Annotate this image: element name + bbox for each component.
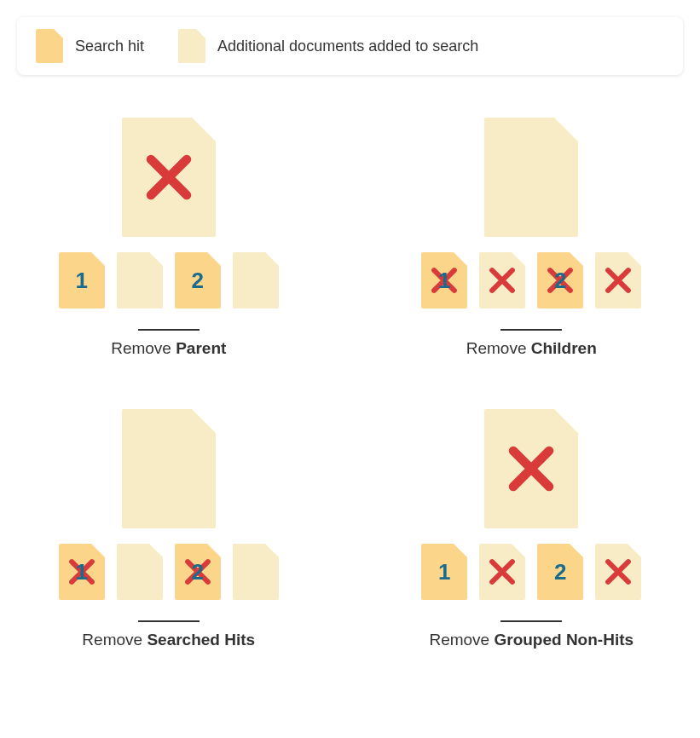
diagram: Search hit Additional documents added to… xyxy=(0,0,700,666)
children-row: 1 2 xyxy=(59,252,279,308)
child-doc: 2 xyxy=(175,544,221,600)
caption-bold: Grouped Non-Hits xyxy=(494,631,633,649)
child-doc: 1 xyxy=(421,544,467,600)
panel-remove-grouped-non-hits: 1 2 Remove Grouped Non-Hits xyxy=(380,409,684,649)
children-row: 1 2 xyxy=(421,252,641,308)
caption-bold: Children xyxy=(531,339,597,357)
x-icon xyxy=(479,544,525,600)
child-doc: 2 xyxy=(175,252,221,308)
child-doc: 1 xyxy=(421,252,467,308)
child-doc xyxy=(595,252,641,308)
divider xyxy=(500,620,562,622)
document-icon xyxy=(178,29,205,63)
x-icon xyxy=(479,252,525,308)
legend-item-hit: Search hit xyxy=(36,29,144,63)
child-doc: 2 xyxy=(537,544,583,600)
document-icon xyxy=(36,29,63,63)
panel-remove-parent: 1 2 Remove Parent xyxy=(17,118,321,358)
panel-remove-searched-hits: 1 2 Remove Searched Hits xyxy=(17,409,321,649)
x-icon xyxy=(595,252,641,308)
panels-grid: 1 2 Remove Parent 1 xyxy=(17,118,683,649)
x-icon xyxy=(595,544,641,600)
legend-item-added: Additional documents added to search xyxy=(178,29,478,63)
legend: Search hit Additional documents added to… xyxy=(17,17,683,75)
divider xyxy=(500,329,562,331)
x-icon xyxy=(122,118,216,237)
children-row: 1 2 xyxy=(59,544,279,600)
legend-label: Additional documents added to search xyxy=(217,37,478,55)
doc-number: 1 xyxy=(76,559,88,585)
child-doc xyxy=(479,252,525,308)
docs: 1 2 xyxy=(421,118,641,308)
caption: Remove Searched Hits xyxy=(82,631,255,649)
child-doc xyxy=(233,544,279,600)
caption-bold: Parent xyxy=(176,339,226,357)
doc-number: 2 xyxy=(554,268,566,294)
child-doc xyxy=(117,252,163,308)
parent-doc xyxy=(484,409,578,528)
divider xyxy=(138,329,200,331)
caption: Remove Children xyxy=(466,339,597,358)
caption: Remove Parent xyxy=(111,339,226,358)
doc-number: 1 xyxy=(76,268,88,294)
parent-doc xyxy=(122,409,216,528)
docs: 1 2 xyxy=(59,118,279,308)
docs: 1 2 xyxy=(59,409,279,600)
x-icon xyxy=(484,409,578,528)
caption-text: Remove xyxy=(111,339,176,357)
panel-remove-children: 1 2 Remove Children xyxy=(380,118,684,358)
doc-number: 1 xyxy=(438,268,450,294)
divider xyxy=(138,620,200,622)
child-doc: 1 xyxy=(59,544,105,600)
child-doc xyxy=(117,544,163,600)
caption-bold: Searched Hits xyxy=(147,631,255,649)
doc-number: 2 xyxy=(554,559,566,585)
parent-doc xyxy=(484,118,578,237)
doc-number: 2 xyxy=(192,268,204,294)
docs: 1 2 xyxy=(421,409,641,600)
children-row: 1 2 xyxy=(421,544,641,600)
legend-label: Search hit xyxy=(75,37,144,55)
caption: Remove Grouped Non-Hits xyxy=(429,631,633,649)
parent-doc xyxy=(122,118,216,237)
child-doc xyxy=(233,252,279,308)
caption-text: Remove xyxy=(429,631,494,649)
doc-number: 1 xyxy=(438,559,450,585)
child-doc xyxy=(479,544,525,600)
child-doc: 1 xyxy=(59,252,105,308)
doc-number: 2 xyxy=(192,559,204,585)
caption-text: Remove xyxy=(82,631,147,649)
caption-text: Remove xyxy=(466,339,531,357)
child-doc: 2 xyxy=(537,252,583,308)
child-doc xyxy=(595,544,641,600)
